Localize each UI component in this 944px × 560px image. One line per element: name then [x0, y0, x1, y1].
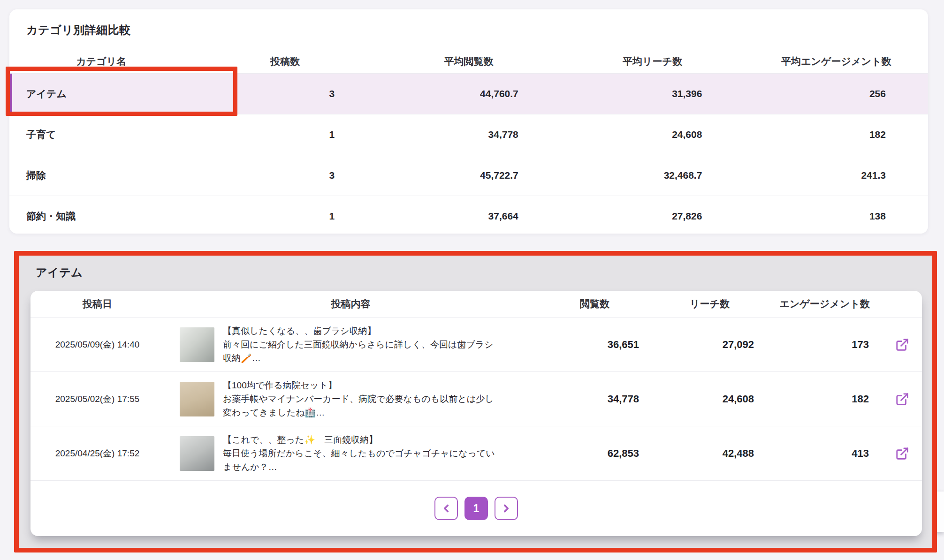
post-thumbnail [180, 436, 214, 471]
post-row: 2025/05/09(金) 14:40 【真似したくなる、、歯ブラシ収納】 前々… [30, 318, 922, 372]
post-views: 34,778 [537, 393, 652, 405]
post-count-cell: 3 [193, 88, 377, 99]
post-content-cell: 【100均で作る病院セット】 お薬手帳やマイナンバーカード、病院で必要なものも以… [164, 378, 537, 419]
detail-panel-title: アイテム [19, 256, 932, 280]
avg-views-cell: 44,760.7 [377, 88, 561, 99]
col-header-avg-views: 平均閲覧数 [377, 55, 561, 68]
avg-engagement-cell: 138 [744, 211, 928, 222]
post-row: 2025/04/25(金) 17:52 【これで、、整った✨ 三面鏡収納】 毎日… [30, 426, 922, 481]
col-header-post-date: 投稿日 [30, 297, 164, 310]
avg-engagement-cell: 256 [744, 88, 928, 99]
post-title: 【これで、、整った✨ 三面鏡収納】 [223, 433, 499, 446]
pagination: 1 [30, 481, 922, 536]
post-date: 2025/05/09(金) 14:40 [30, 339, 164, 351]
post-title: 【100均で作る病院セット】 [223, 378, 499, 392]
col-header-avg-engagement: 平均エンゲージメント数 [744, 55, 928, 68]
avg-reach-cell: 27,826 [561, 211, 745, 222]
post-body: 毎日使う場所だからこそ、細々したものでゴチャゴチャになっていませんか？… [223, 446, 499, 474]
post-engagement: 173 [767, 339, 882, 351]
avg-engagement-cell: 182 [744, 129, 928, 140]
post-reach: 27,092 [652, 339, 767, 351]
col-header-post-content: 投稿内容 [164, 297, 537, 310]
col-header-category-name: カテゴリ名 [9, 55, 193, 68]
external-link-icon [895, 338, 909, 352]
open-post-button[interactable] [894, 391, 910, 407]
table-row-item[interactable]: アイテム 3 44,760.7 31,396 256 [9, 74, 928, 114]
table-row-cleaning[interactable]: 掃除 3 45,722.7 32,468.7 241.3 [9, 155, 928, 196]
post-count-cell: 3 [193, 170, 377, 181]
post-reach: 24,608 [652, 393, 767, 405]
post-reach: 42,488 [652, 447, 767, 460]
external-link-icon [895, 446, 909, 461]
post-body: お薬手帳やマイナンバーカード、病院で必要なものも以前とは少し変わってきましたね🏥… [223, 392, 499, 419]
post-thumbnail [180, 327, 214, 362]
open-post-button[interactable] [894, 337, 910, 353]
avg-reach-cell: 24,608 [561, 129, 745, 140]
post-date: 2025/04/25(金) 17:52 [30, 447, 164, 460]
post-count-cell: 1 [193, 211, 377, 222]
chevron-right-icon [500, 502, 512, 515]
post-engagement: 413 [767, 447, 882, 460]
analytics-screen: カテゴリ別詳細比較 カテゴリ名 投稿数 平均閲覧数 平均リーチ数 平均エンゲージ… [0, 0, 944, 560]
category-name-cell: 掃除 [9, 169, 193, 182]
edge-floating-widget[interactable] [933, 492, 944, 532]
post-title: 【真似したくなる、、歯ブラシ収納】 [223, 324, 499, 338]
posts-table-header: 投稿日 投稿内容 閲覧数 リーチ数 エンゲージメント数 [30, 291, 922, 318]
post-content-cell: 【これで、、整った✨ 三面鏡収納】 毎日使う場所だからこそ、細々したものでゴチャ… [164, 433, 537, 474]
post-views: 62,853 [537, 447, 652, 460]
chevron-left-icon [440, 502, 452, 515]
pagination-prev-button[interactable] [434, 497, 458, 520]
avg-views-cell: 34,778 [377, 129, 561, 140]
post-body: 前々回にご紹介した三面鏡収納からさらに詳しく、今回は歯ブラシ収納🪥… [223, 338, 499, 365]
col-header-views: 閲覧数 [537, 297, 652, 310]
table-row-saving-knowledge[interactable]: 節約・知識 1 37,664 27,826 138 [9, 196, 928, 236]
avg-reach-cell: 31,396 [561, 88, 745, 99]
post-engagement: 182 [767, 393, 882, 405]
pagination-page-1-button[interactable]: 1 [464, 497, 488, 520]
post-text: 【これで、、整った✨ 三面鏡収納】 毎日使う場所だからこそ、細々したものでゴチャ… [223, 433, 499, 474]
posts-table-card: 投稿日 投稿内容 閲覧数 リーチ数 エンゲージメント数 2025/05/09(金… [30, 291, 922, 536]
avg-reach-cell: 32,468.7 [561, 170, 745, 181]
post-text: 【真似したくなる、、歯ブラシ収納】 前々回にご紹介した三面鏡収納からさらに詳しく… [223, 324, 499, 365]
category-table-header: カテゴリ名 投稿数 平均閲覧数 平均リーチ数 平均エンゲージメント数 [9, 49, 928, 74]
post-content-cell: 【真似したくなる、、歯ブラシ収納】 前々回にご紹介した三面鏡収納からさらに詳しく… [164, 324, 537, 365]
post-row: 2025/05/02(金) 17:55 【100均で作る病院セット】 お薬手帳や… [30, 372, 922, 426]
avg-engagement-cell: 241.3 [744, 170, 928, 181]
post-thumbnail [180, 382, 214, 416]
category-name-cell: 節約・知識 [9, 210, 193, 223]
category-detail-panel: アイテム 投稿日 投稿内容 閲覧数 リーチ数 エンゲージメント数 2025/05… [19, 256, 932, 548]
category-comparison-card: カテゴリ別詳細比較 カテゴリ名 投稿数 平均閲覧数 平均リーチ数 平均エンゲージ… [9, 9, 928, 234]
col-header-avg-reach: 平均リーチ数 [561, 55, 745, 68]
category-name-cell: アイテム [9, 87, 193, 100]
table-row-childcare[interactable]: 子育て 1 34,778 24,608 182 [9, 114, 928, 155]
col-header-post-count: 投稿数 [193, 55, 377, 68]
post-views: 36,651 [537, 339, 652, 351]
col-header-reach: リーチ数 [652, 297, 767, 310]
col-header-engagement: エンゲージメント数 [767, 297, 882, 310]
category-name-cell: 子育て [9, 128, 193, 141]
avg-views-cell: 45,722.7 [377, 170, 561, 181]
post-count-cell: 1 [193, 129, 377, 140]
post-date: 2025/05/02(金) 17:55 [30, 393, 164, 405]
avg-views-cell: 37,664 [377, 211, 561, 222]
external-link-icon [895, 392, 909, 406]
category-card-title: カテゴリ別詳細比較 [9, 9, 928, 49]
open-post-button[interactable] [894, 446, 910, 462]
pagination-next-button[interactable] [495, 497, 518, 520]
post-text: 【100均で作る病院セット】 お薬手帳やマイナンバーカード、病院で必要なものも以… [223, 378, 499, 419]
